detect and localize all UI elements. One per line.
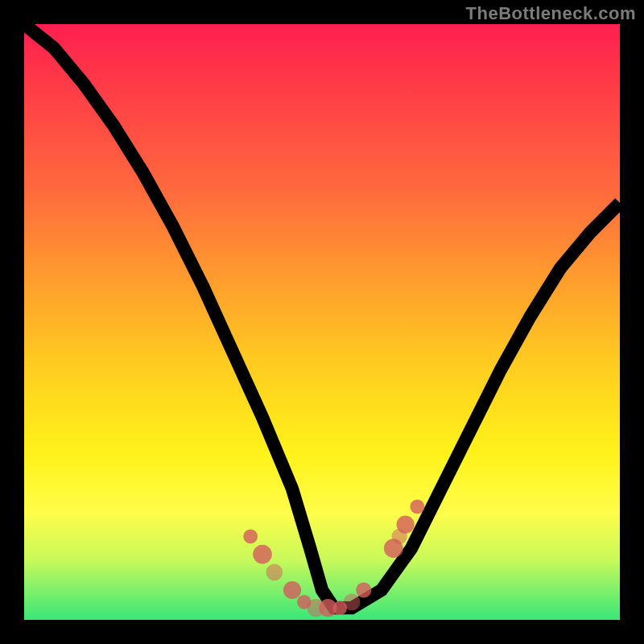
data-point — [283, 581, 301, 599]
data-point — [397, 516, 415, 534]
data-point — [344, 593, 361, 610]
data-point — [243, 530, 258, 544]
bottleneck-curve — [24, 24, 620, 608]
data-point — [411, 500, 425, 514]
chart-svg — [24, 24, 620, 620]
data-point — [253, 545, 272, 564]
data-point — [266, 564, 283, 580]
chart-frame: TheBottleneck.com — [0, 0, 644, 644]
plot-area — [24, 24, 620, 620]
data-point — [356, 582, 371, 597]
watermark-label: TheBottleneck.com — [466, 3, 636, 24]
